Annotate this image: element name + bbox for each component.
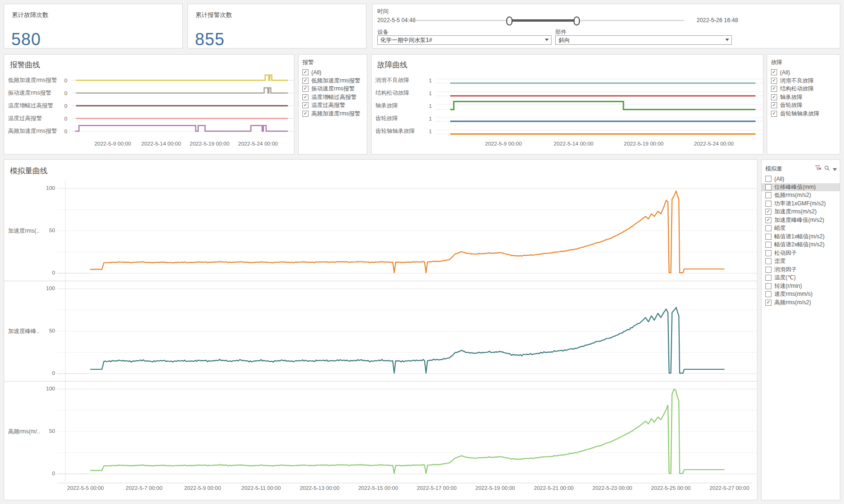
analog-band-label: 高频rms(m/.. — [4, 382, 42, 481]
analog-measure-item[interactable]: 幅值谱2x幅值(m/s2) — [762, 241, 840, 249]
checkbox-checked[interactable] — [302, 69, 308, 75]
analog-axis-tick: 2022-5-19 00:00 — [475, 485, 515, 491]
alarm-legend-item[interactable]: 振动速度rms报警 — [299, 85, 367, 93]
checkbox-checked[interactable] — [771, 78, 777, 84]
time-slider-left-handle[interactable] — [506, 16, 512, 25]
fault-legend-item[interactable]: 齿轮轴轴承故障 — [767, 110, 840, 118]
analog-band-plot — [57, 181, 757, 281]
checkbox-unchecked[interactable] — [765, 234, 771, 240]
analog-measure-item[interactable]: 速度rms(mm/s) — [762, 290, 840, 299]
alarm-legend-panel: 报警 (All)低频加速度rms报警振动速度rms报警温度增幅过高报警温度过高报… — [298, 54, 367, 154]
time-slider-right-handle[interactable] — [574, 16, 580, 25]
alarm-row-label: 振动速度rms报警 — [4, 89, 60, 97]
checkbox-checked[interactable] — [302, 111, 308, 117]
analog-list-panel: 模拟量 (All)位移峰峰值(mm)低频rms(m/s2)功率谱1xGMF(m/… — [761, 159, 840, 500]
alarm-row: 低频加速度rms报警0 — [4, 74, 294, 87]
checkbox-unchecked[interactable] — [765, 250, 771, 256]
alarm-legend-item[interactable]: 温度过高报警 — [299, 101, 367, 110]
kpi-fault-value: 580 — [4, 19, 182, 49]
checkbox-checked[interactable] — [302, 78, 308, 84]
analog-measure-item[interactable]: 低频rms(m/s2) — [762, 191, 840, 200]
alarm-legend-item[interactable]: 高频加速度rms报警 — [299, 110, 367, 118]
checkbox-unchecked[interactable] — [765, 258, 771, 264]
checkbox-unchecked[interactable] — [765, 267, 771, 273]
fault-x-axis: 2022-5-9 00:002022-5-14 00:002022-5-19 0… — [372, 139, 763, 149]
alarm-row-plot — [72, 125, 294, 138]
analog-axis-tick: 2022-5-23 00:00 — [592, 485, 632, 491]
analog-measure-item[interactable]: 松动因子 — [762, 249, 840, 258]
checkbox-unchecked[interactable] — [765, 192, 771, 198]
fault-legend-item[interactable]: 齿轮故障 — [767, 101, 840, 110]
checkbox-checked[interactable] — [765, 217, 771, 223]
analog-measure-item[interactable]: 加速度峰峰值(m/s2) — [762, 216, 840, 225]
search-icon[interactable] — [824, 164, 830, 173]
fault-row: 轴承故障1 — [372, 99, 763, 112]
analog-measure-item[interactable]: 加速度rms(m/s2) — [762, 208, 840, 216]
alarm-row-value: 0 — [60, 78, 72, 83]
checkbox-unchecked[interactable] — [765, 283, 771, 289]
analog-band: 加速度rms(..100500 — [4, 181, 757, 281]
analog-measure-item[interactable]: 峭度 — [762, 224, 840, 233]
checkbox-unchecked[interactable] — [765, 242, 771, 248]
analog-measure-item[interactable]: 转速(r/min) — [762, 282, 840, 291]
alarm-legend-item[interactable]: (All) — [299, 68, 367, 77]
checkbox-checked[interactable] — [765, 209, 771, 215]
analog-measure-item[interactable]: 位移峰峰值(mm) — [762, 183, 840, 192]
time-slider-track[interactable] — [415, 20, 684, 21]
fault-legend-item[interactable]: 结构松动故障 — [767, 85, 840, 93]
fault-legend-label: 轴承故障 — [780, 93, 803, 101]
alarm-legend-item[interactable]: 温度增幅过高报警 — [299, 93, 367, 102]
checkbox-checked[interactable] — [771, 69, 777, 75]
fault-row-label: 润滑不良故障 — [372, 76, 424, 84]
checkbox-unchecked[interactable] — [765, 176, 771, 182]
analog-measure-item[interactable]: 润滑因子 — [762, 266, 840, 274]
analog-measure-item[interactable]: 高频rms(m/s2) — [762, 299, 840, 307]
checkbox-checked[interactable] — [771, 111, 777, 117]
checkbox-unchecked[interactable] — [765, 275, 771, 281]
checkbox-checked[interactable] — [771, 86, 777, 92]
analog-measure-list: (All)位移峰峰值(mm)低频rms(m/s2)功率谱1xGMF(m/s2)加… — [762, 175, 840, 307]
checkbox-unchecked[interactable] — [765, 184, 771, 190]
analog-measure-item[interactable]: 幅值谱1x幅值(m/s2) — [762, 233, 840, 241]
fault-legend-title: 故障 — [767, 55, 840, 68]
fault-row-label: 齿轮轴轴承故障 — [372, 127, 424, 135]
analog-measure-item[interactable]: 歪度 — [762, 257, 840, 266]
fault-legend-item[interactable]: 润滑不良故障 — [767, 77, 840, 85]
analog-y-tick: 100 — [46, 185, 55, 191]
checkbox-checked[interactable] — [302, 102, 308, 108]
time-slider-selected-range[interactable] — [509, 19, 576, 22]
fault-legend-item[interactable]: 轴承故障 — [767, 93, 840, 102]
fault-legend-list: (All)润滑不良故障结构松动故障轴承故障齿轮故障齿轮轴轴承故障 — [767, 68, 840, 118]
checkbox-checked[interactable] — [771, 94, 777, 100]
alarm-row: 温度增幅过高报警0 — [4, 99, 294, 112]
component-dropdown[interactable]: 斜向 — [555, 35, 732, 45]
checkbox-unchecked[interactable] — [765, 201, 771, 207]
analog-y-tick: 50 — [49, 428, 55, 434]
analog-measure-item[interactable]: 温度(℃) — [762, 274, 840, 282]
fault-rows: 润滑不良故障1结构松动故障1轴承故障1齿轮故障1齿轮轴轴承故障1 — [372, 74, 763, 138]
analog-measure-item[interactable]: (All) — [762, 175, 840, 183]
fault-axis-tick: 2022-5-24 00:00 — [694, 141, 734, 146]
analog-y-tick: 50 — [49, 228, 55, 233]
device-dropdown[interactable]: 化学一期中间水泵1# — [377, 35, 552, 45]
alarm-row-value: 0 — [60, 129, 72, 134]
checkbox-checked[interactable] — [302, 94, 308, 100]
clear-filter-icon[interactable] — [815, 164, 821, 173]
checkbox-unchecked[interactable] — [765, 291, 771, 297]
dropdown-caret-icon[interactable] — [833, 164, 837, 173]
fault-legend-item[interactable]: (All) — [767, 68, 840, 77]
alarm-curves-card: 报警曲线 低频加速度rms报警0振动速度rms报警0温度增幅过高报警0温度过高报… — [4, 54, 294, 154]
analog-axis-tick: 2022-5-9 00:00 — [184, 485, 221, 491]
analog-y-axis: 100500 — [42, 281, 57, 381]
analog-measure-item[interactable]: 功率谱1xGMF(m/s2) — [762, 200, 840, 208]
fault-row-plot — [437, 99, 763, 112]
alarm-legend-item[interactable]: 低频加速度rms报警 — [299, 77, 367, 85]
alarm-row-label: 低频加速度rms报警 — [4, 76, 60, 84]
device-dropdown-value: 化学一期中间水泵1# — [381, 37, 432, 43]
fault-row: 齿轮故障1 — [372, 112, 763, 125]
checkbox-unchecked[interactable] — [765, 225, 771, 231]
checkbox-checked[interactable] — [302, 86, 308, 92]
fault-legend-label: 齿轮轴轴承故障 — [780, 110, 820, 118]
checkbox-checked[interactable] — [771, 102, 777, 108]
checkbox-checked[interactable] — [765, 300, 771, 306]
